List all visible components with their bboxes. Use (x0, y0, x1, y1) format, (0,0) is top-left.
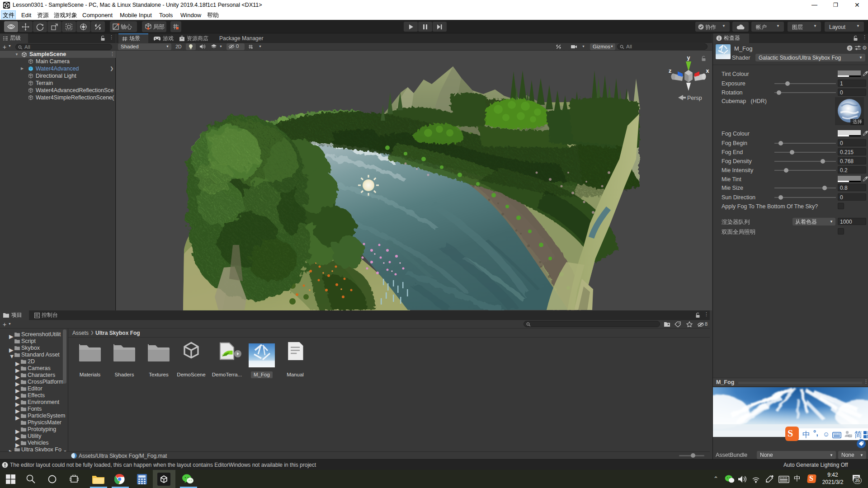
svg-text:Persp: Persp (687, 95, 702, 101)
svg-text:x: x (706, 68, 709, 74)
svg-text:19: 19 (849, 434, 851, 437)
svg-text:?: ? (849, 46, 851, 51)
svg-text:y: y (687, 55, 690, 61)
svg-text:z: z (669, 68, 671, 74)
